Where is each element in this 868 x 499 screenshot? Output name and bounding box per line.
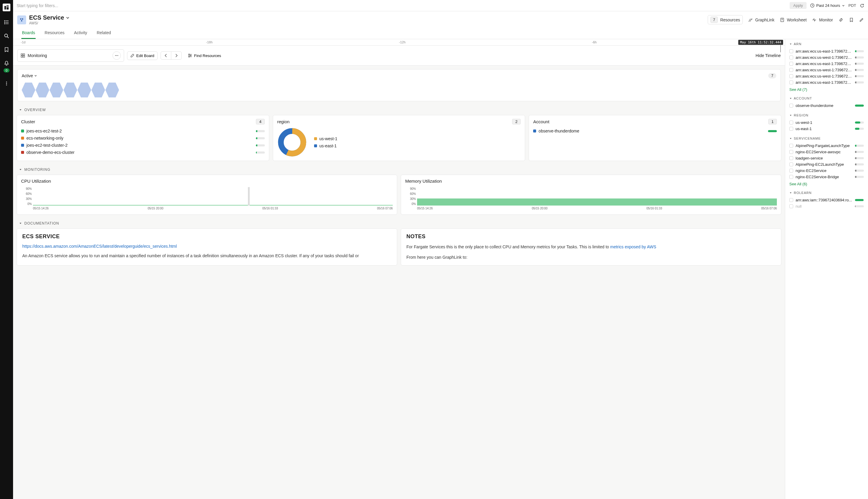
side-item[interactable]: arn:aws:ecs:us-west-1:7396724... <box>789 54 864 61</box>
prev-button[interactable] <box>161 52 171 59</box>
checkbox[interactable] <box>789 68 793 72</box>
side-panel: ARN arn:aws:ecs:us-east-1:7396724...arn:… <box>785 39 868 499</box>
worksheet-button[interactable]: Worksheet <box>780 17 807 22</box>
time-range-picker[interactable]: Past 24 hours <box>810 3 845 8</box>
ecs-doc-link[interactable]: https://docs.aws.amazon.com/AmazonECS/la… <box>22 244 177 248</box>
section-overview[interactable]: OVERVIEW <box>17 105 781 115</box>
checkbox[interactable] <box>789 169 793 173</box>
checkbox[interactable] <box>789 49 793 53</box>
resources-pill[interactable]: 7 Resources <box>708 15 743 24</box>
legend-item[interactable]: joes-ecs-ec2-test-2 <box>21 127 265 135</box>
mini-bar <box>855 128 864 130</box>
checkbox[interactable] <box>789 150 793 154</box>
side-item[interactable]: us-west-1 <box>789 119 864 126</box>
checkbox[interactable] <box>789 175 793 179</box>
breadcrumb[interactable]: AWS/ <box>29 21 705 25</box>
hex-item[interactable] <box>64 83 77 97</box>
hide-timeline-button[interactable]: Hide Timeline <box>755 53 781 58</box>
side-head-rolearn[interactable]: ROLEARN <box>789 191 864 195</box>
side-item[interactable]: AlpinePing-FargateLaunchType <box>789 143 864 149</box>
bell-icon[interactable] <box>4 61 9 66</box>
side-item[interactable]: arn:aws:ecs:us-east-1:7396724... <box>789 79 864 86</box>
tab-boards[interactable]: Boards <box>21 27 36 39</box>
section-documentation[interactable]: DOCUMENTATION <box>17 218 781 228</box>
link-icon[interactable] <box>838 17 844 23</box>
hex-item[interactable] <box>36 83 49 97</box>
graphlink-button[interactable]: GraphLink <box>748 17 775 22</box>
metrics-link[interactable]: metrics exposed by AWS <box>610 244 656 249</box>
legend-item[interactable]: ecs-networking-only <box>21 135 265 142</box>
side-head-servicename[interactable]: SERVICENAME <box>789 137 864 140</box>
side-item[interactable]: nginx-EC2Service-awsvpc <box>789 149 864 155</box>
side-item[interactable]: loadgen-service <box>789 155 864 161</box>
memory-plot <box>417 187 777 206</box>
see-all-arn[interactable]: See All (7) <box>789 87 864 92</box>
section-monitoring[interactable]: MONITORING <box>17 165 781 175</box>
checkbox[interactable] <box>789 56 793 59</box>
side-item[interactable]: us-east-1 <box>789 126 864 132</box>
more-options-icon[interactable] <box>113 51 121 60</box>
checkbox[interactable] <box>789 81 793 84</box>
tab-related[interactable]: Related <box>96 27 112 39</box>
next-button[interactable] <box>171 52 181 59</box>
checkbox[interactable] <box>789 156 793 160</box>
side-item[interactable]: null <box>789 203 864 209</box>
checkbox[interactable] <box>789 62 793 66</box>
side-item[interactable]: arn:aws:ecs:us-east-1:7396724... <box>789 48 864 54</box>
hex-item[interactable] <box>50 83 63 97</box>
bookmark-icon[interactable] <box>4 47 9 52</box>
refresh-icon[interactable] <box>860 3 865 8</box>
hex-item[interactable] <box>105 83 119 97</box>
checkbox[interactable] <box>789 104 793 108</box>
list-icon[interactable] <box>4 20 9 25</box>
checkbox[interactable] <box>789 162 793 166</box>
checkbox[interactable] <box>789 198 793 202</box>
hex-item[interactable] <box>91 83 105 97</box>
tab-activity[interactable]: Activity <box>73 27 88 39</box>
hex-item[interactable] <box>77 83 91 97</box>
side-item[interactable]: arn:aws:ecs:us-east-1:7396724... <box>789 61 864 67</box>
legend-item[interactable]: observe-demo-ecs-cluster <box>21 149 265 156</box>
edit-icon[interactable] <box>859 17 864 22</box>
side-head-region[interactable]: REGION <box>789 113 864 117</box>
legend-item[interactable]: observe-thunderdome <box>533 127 777 135</box>
active-dropdown[interactable]: Active <box>22 73 37 78</box>
legend-item[interactable]: joes-ec2-test-cluster-2 <box>21 142 265 149</box>
bookmark-page-icon[interactable] <box>849 17 854 22</box>
checkbox[interactable] <box>789 127 793 131</box>
region-donut <box>277 127 307 157</box>
monitoring-chip[interactable]: Monitoring <box>17 49 124 62</box>
monitor-button[interactable]: Monitor <box>812 17 833 22</box>
edit-board-button[interactable]: Edit Board <box>127 51 158 60</box>
side-item[interactable]: observe-thunderdome <box>789 102 864 109</box>
side-item[interactable]: arn:aws:ecs:us-west-1:7396724... <box>789 73 864 79</box>
page-title[interactable]: ECS Service <box>29 14 705 21</box>
mini-bar <box>855 57 864 59</box>
color-swatch <box>21 144 24 147</box>
timeline-timestamp: May 16th 11:52:32.444 <box>738 40 783 45</box>
legend-item[interactable]: us-east-1 <box>314 142 338 149</box>
side-item[interactable]: nginx-EC2Service-Bridge <box>789 174 864 180</box>
checkbox[interactable] <box>789 204 793 208</box>
checkbox[interactable] <box>789 74 793 78</box>
side-head-arn[interactable]: ARN <box>789 42 864 46</box>
side-item[interactable]: AlpinePing-EC2LaunchType <box>789 161 864 168</box>
side-item[interactable]: nginx-EC2Service <box>789 168 864 174</box>
hex-item[interactable] <box>22 83 35 97</box>
side-item[interactable]: arn:aws:iam::739672403694:ro... <box>789 197 864 203</box>
see-all-servicename[interactable]: See All (6) <box>789 182 864 186</box>
timeline[interactable]: -1d -18h -12h -6h May 16th 11:52:32.444 <box>13 39 785 46</box>
side-item[interactable]: arn:aws:ecs:us-west-1:7396724... <box>789 67 864 73</box>
filter-input[interactable] <box>17 3 786 8</box>
apply-button[interactable]: Apply <box>790 2 807 9</box>
legend-item[interactable]: us-west-1 <box>314 135 338 142</box>
checkbox[interactable] <box>789 121 793 124</box>
find-resources-button[interactable]: Find Resources <box>185 51 224 60</box>
tab-resources[interactable]: Resources <box>44 27 65 39</box>
checkbox[interactable] <box>789 144 793 148</box>
color-swatch <box>314 137 317 140</box>
logo-icon[interactable] <box>3 3 10 11</box>
more-icon[interactable] <box>4 81 9 86</box>
search-icon[interactable] <box>4 33 9 39</box>
side-head-account[interactable]: ACCOUNT <box>789 97 864 100</box>
